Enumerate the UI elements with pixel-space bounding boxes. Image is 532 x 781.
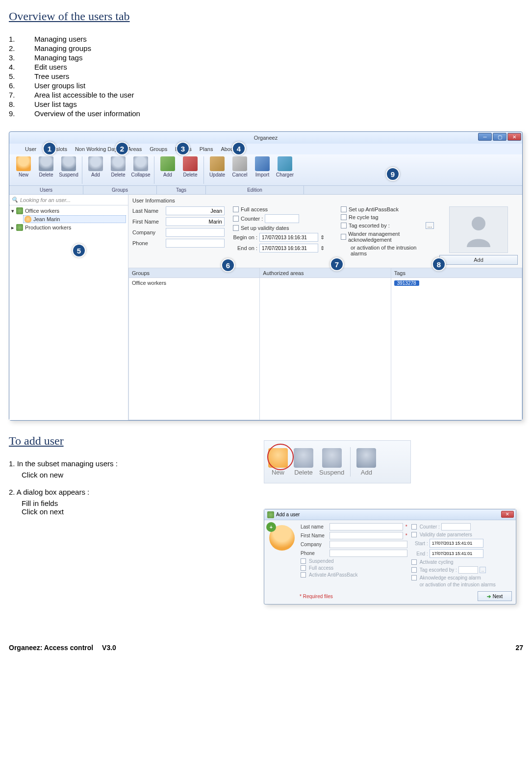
begin-date-input[interactable] [259,233,318,242]
dlg-suspended-checkbox[interactable] [301,558,306,564]
overview-item: Overview of the user information [9,109,523,118]
ribbon-add-tag[interactable]: Add [156,156,179,177]
search-placeholder[interactable]: Looking for an user... [20,197,71,203]
dlg-counter-checkbox[interactable] [411,524,417,529]
validity-label: Set up validity dates [241,225,289,231]
step-2b: Click on next [22,507,254,516]
dlg-lastname-input[interactable] [329,523,403,530]
user-delete-icon [294,448,313,468]
counter-input[interactable] [265,214,299,223]
overview-item: User list tags [9,100,523,108]
dialog-add-icon [267,511,274,518]
areas-list[interactable] [260,278,390,420]
ribbon-add-group[interactable]: Add [84,156,107,177]
cancel-icon [232,156,247,171]
dlg-start-input[interactable] [430,539,483,548]
tag-chip[interactable]: 3913278 [394,280,419,286]
dlg-escorted-checkbox[interactable] [411,567,417,573]
callout-4: 4 [232,142,246,155]
ribbon-suspend-user[interactable]: Suspend [57,156,80,177]
dlg-phone-input[interactable] [329,550,407,557]
company-input[interactable] [166,228,225,237]
counter-checkbox[interactable] [233,216,239,222]
dlg-browse-button[interactable]: .. [480,567,486,573]
menu-item-areas[interactable]: Areas [127,146,142,152]
dlg-company-input[interactable] [329,541,407,548]
dlg-end-label: End : [411,551,428,556]
footer-left: Organeez: Access control V3.0 [9,644,116,652]
add-photo-button[interactable]: Add [439,255,518,265]
callout-8: 8 [432,257,446,271]
end-date-input[interactable] [259,244,318,252]
dlg-end-input[interactable] [430,549,483,558]
new-user-toolbar-thumb: New Delete Suspend Add [264,440,411,483]
first-name-input[interactable] [166,217,225,226]
menu-item-user[interactable]: User [25,146,36,152]
dialog-close-button[interactable]: ✕ [501,511,514,518]
menu-item-groups[interactable]: Groups [150,146,167,152]
company-label: Company [132,229,164,235]
tags-list[interactable]: 3913278 [391,278,522,420]
dlg-counter-input[interactable] [441,523,471,530]
tree-group-office[interactable]: Office workers [25,208,59,214]
group-list-item[interactable]: Office workers [132,280,166,286]
next-button[interactable]: ➔Next [478,591,512,601]
user-tree[interactable]: ▾Office workers Jean Marin ▸Production w… [9,205,128,234]
tree-user-jean[interactable]: Jean Marin [33,216,60,222]
window-maximize-button[interactable]: ▢ [493,133,507,141]
dlg-fullaccess-checkbox[interactable] [301,565,306,571]
dlg-cycling-checkbox[interactable] [411,559,417,565]
end-label: End on : [233,245,257,251]
wander-checkbox[interactable] [341,234,346,240]
last-name-input[interactable] [166,206,225,215]
dlg-validity-checkbox[interactable] [411,532,417,537]
add-user-dialog: Add a user ✕ + Last name First Name Comp… [264,509,516,605]
ribbon-group-edition: Edition [205,186,304,194]
ribbon-new-user[interactable]: New [12,156,35,177]
phone-input[interactable] [166,239,225,248]
ribbon-update[interactable]: Update [206,156,228,177]
dlg-antipass-checkbox[interactable] [301,572,306,578]
ribbon-import[interactable]: Import [251,156,274,177]
browse-button[interactable]: ... [426,222,434,229]
dlg-ack-checkbox[interactable] [411,575,417,580]
recycle-label: Re cycle tag [349,214,379,220]
ribbon-delete-group[interactable]: Delete [107,156,129,177]
thumb-add-group-button[interactable]: Add [356,448,376,476]
tree-group-production[interactable]: Production workers [25,225,71,230]
dlg-firstname-input[interactable] [329,532,403,539]
spinner-icon[interactable]: ⇕ [320,234,325,241]
ribbon-delete-tag[interactable]: Delete [179,156,202,177]
callout-1: 1 [43,142,56,155]
ribbon-collapse-group[interactable]: Collapse [129,156,152,177]
step-1-action: Click on new [22,471,254,479]
ribbon-charger[interactable]: Charger [274,156,296,177]
dlg-company-label: Company [301,542,328,547]
thumb-delete-button[interactable]: Delete [294,448,313,476]
escorted-checkbox[interactable] [341,223,347,228]
menu-bar: User Timeslots Non Working Days Areas Gr… [9,144,522,154]
counter-label: Counter : [241,216,263,222]
ribbon-cancel[interactable]: Cancel [228,156,251,177]
spinner-icon[interactable]: ⇕ [320,245,325,252]
thumb-suspend-button[interactable]: Suspend [319,448,344,476]
antipassback-checkbox[interactable] [341,206,347,212]
groups-list[interactable]: Office workers [129,278,259,420]
window-minimize-button[interactable]: ─ [478,133,492,141]
ribbon-delete-user[interactable]: Delete [35,156,57,177]
full-access-checkbox[interactable] [233,206,239,212]
section-heading-add-user: To add user [9,434,254,448]
dlg-escorted-input[interactable] [458,566,478,574]
step-2: 2. A dialog box appears : [9,488,254,496]
validity-checkbox[interactable] [233,225,239,231]
dlg-lastname-label: Last name [301,524,328,529]
dlg-suspended-label: Suspended [309,558,334,564]
menu-item-nonworking[interactable]: Non Working Days [75,146,120,152]
areas-list-header: Authorized areas [260,268,390,278]
dlg-ack-label: Aknowledge escaping alarm [420,575,481,580]
menu-item-plans[interactable]: Plans [200,146,213,152]
window-close-button[interactable]: ✕ [507,133,521,141]
group-collapse-icon [133,156,148,171]
user-suspend-icon [61,156,76,171]
recycle-checkbox[interactable] [341,214,347,220]
